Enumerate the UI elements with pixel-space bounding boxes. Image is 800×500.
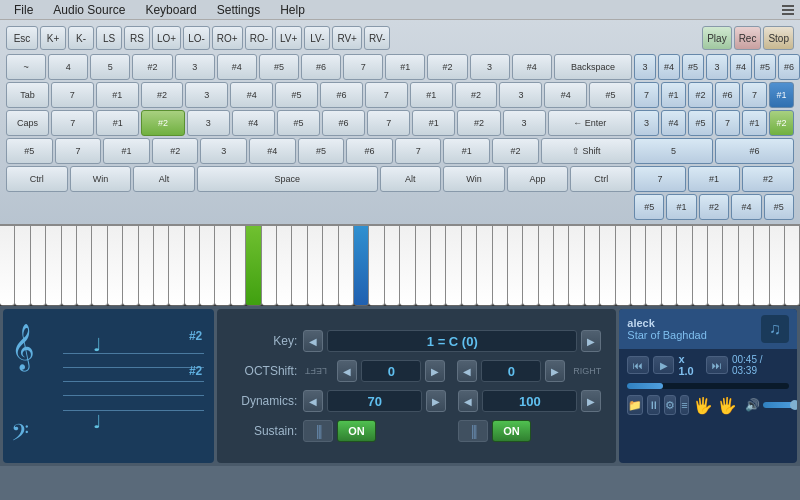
key-7-7[interactable]: 7 [395,138,442,164]
nk-sharp5-5[interactable]: #5 [764,194,794,220]
key-backspace[interactable]: Backspace [554,54,632,80]
piano-key-white[interactable] [646,226,661,306]
piano-key-white[interactable] [431,226,446,306]
key-sharp2-5[interactable]: #2 [141,110,184,136]
piano-key-white[interactable] [108,226,123,306]
piano-key-white[interactable] [569,226,584,306]
key-sharp1-2[interactable]: #1 [96,82,139,108]
key-space[interactable]: Space [197,166,378,192]
roplus-button[interactable]: RO+ [212,26,243,50]
pause-button[interactable]: ⏸ [647,395,660,415]
dynamics-right-left-arrow[interactable]: ◀ [458,390,478,412]
progress-bar-area[interactable] [619,381,797,391]
loplus-button[interactable]: LO+ [152,26,181,50]
lvminus-button[interactable]: LV- [304,26,330,50]
key-right-arrow[interactable]: ▶ [581,330,601,352]
play-pause-button[interactable]: ▶ [653,356,675,374]
piano-key-white[interactable] [662,226,677,306]
piano-key-white[interactable] [62,226,77,306]
key-7-3[interactable]: 7 [365,82,408,108]
settings-small-button[interactable]: ⚙ [664,395,676,415]
key-sharp1-1[interactable]: #1 [385,54,425,80]
key-7-1[interactable]: 7 [343,54,383,80]
nk-sharp5-2[interactable]: #5 [754,54,776,80]
key-sharp1-3[interactable]: #1 [410,82,453,108]
piano-key-white[interactable] [739,226,754,306]
piano-key-white[interactable] [708,226,723,306]
key-sharp4-2[interactable]: #4 [512,54,552,80]
nk-3-3[interactable]: 3 [634,110,659,136]
key-3-1[interactable]: 3 [175,54,215,80]
nk-7-2[interactable]: 7 [742,82,767,108]
piano-key-white[interactable] [446,226,461,306]
key-sharp2-1[interactable]: #2 [132,54,172,80]
volume-slider[interactable] [763,402,797,408]
key-sharp5-3[interactable]: #5 [589,82,632,108]
key-ctrl-right[interactable]: Ctrl [570,166,632,192]
piano-key-white[interactable] [231,226,246,306]
key-app[interactable]: App [507,166,569,192]
nk-sharp1-1[interactable]: #1 [661,82,686,108]
key-sharp5-5[interactable]: #5 [6,138,53,164]
piano-key-white[interactable] [154,226,169,306]
key-alt-right[interactable]: Alt [380,166,442,192]
key-sharp1-6[interactable]: #1 [103,138,150,164]
piano-key-white[interactable] [477,226,492,306]
nk-sharp1-4[interactable]: #1 [688,166,740,192]
key-3-6[interactable]: 3 [503,110,546,136]
nk-sharp2-4[interactable]: #2 [699,194,729,220]
right-hand-icon[interactable]: 🖐 [717,396,737,415]
piano-key-white[interactable] [462,226,477,306]
piano-key-white[interactable] [200,226,215,306]
key-tab[interactable]: Tab [6,82,49,108]
key-sharp6-2[interactable]: #6 [320,82,363,108]
piano-key-white[interactable] [15,226,30,306]
rominus-button[interactable]: RO- [245,26,273,50]
piano-key-blue[interactable] [354,226,369,306]
octshift-left-arrow[interactable]: ◀ [337,360,357,382]
piano-key-white[interactable] [585,226,600,306]
piano-key-white[interactable] [308,226,323,306]
menu-help[interactable]: Help [270,1,315,19]
key-sharp4-1[interactable]: #4 [217,54,257,80]
nk-sharp4-1[interactable]: #4 [658,54,680,80]
piano-key-white[interactable] [723,226,738,306]
nk-sharp1-3[interactable]: #1 [742,110,767,136]
piano-key-white[interactable] [185,226,200,306]
nk-sharp4-3[interactable]: #4 [661,110,686,136]
nk-7-1[interactable]: 7 [634,82,659,108]
piano-key-white[interactable] [323,226,338,306]
key-sharp4-3[interactable]: #4 [230,82,273,108]
nk-sharp6-2[interactable]: #6 [715,82,740,108]
menu-file[interactable]: File [4,1,43,19]
key-7-4[interactable]: 7 [51,110,94,136]
kminus-button[interactable]: K- [68,26,94,50]
piano-key-white[interactable] [139,226,154,306]
key-tilde[interactable]: ~ [6,54,46,80]
key-3-3[interactable]: 3 [185,82,228,108]
left-hand-icon[interactable]: 🖐 [693,396,713,415]
rs-button[interactable]: RS [124,26,150,50]
volume-control[interactable]: 🔊 [745,398,797,412]
nk-sharp2-2[interactable]: #2 [769,110,794,136]
key-sharp4-5[interactable]: #4 [232,110,275,136]
piano-key-white[interactable] [677,226,692,306]
piano-key-green[interactable] [246,226,261,306]
play-button[interactable]: Play [702,26,731,50]
list-button[interactable]: ≡ [680,395,688,415]
nk-sharp2-1[interactable]: #2 [688,82,713,108]
key-3-7[interactable]: 3 [200,138,247,164]
key-sharp6-3[interactable]: #6 [322,110,365,136]
piano-key-white[interactable] [369,226,384,306]
key-sharp6-4[interactable]: #6 [346,138,393,164]
nk-7-4[interactable]: 7 [634,166,686,192]
key-sharp5-2[interactable]: #5 [275,82,318,108]
key-7-6[interactable]: 7 [55,138,102,164]
key-win[interactable]: Win [70,166,132,192]
stop-button[interactable]: Stop [763,26,794,50]
nk-3-1[interactable]: 3 [634,54,656,80]
piano-key-white[interactable] [785,226,800,306]
dynamics-left-arrow[interactable]: ◀ [303,390,323,412]
key-5[interactable]: 5 [90,54,130,80]
menu-settings[interactable]: Settings [207,1,270,19]
